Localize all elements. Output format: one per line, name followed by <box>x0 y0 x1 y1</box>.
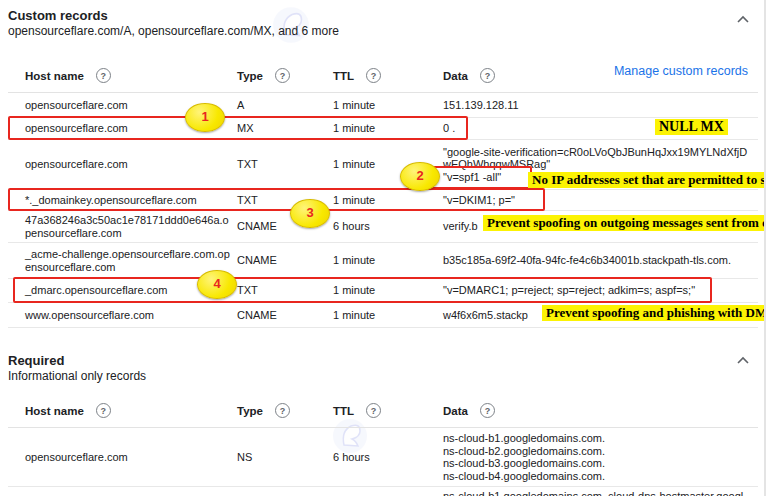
cell-ttl: 6 hours <box>333 217 443 236</box>
custom-records-header: Custom records opensourceflare.com/A, op… <box>0 0 764 39</box>
help-icon[interactable]: ? <box>96 68 111 83</box>
section-subtitle: opensourceflare.com/A, opensourceflare.c… <box>8 24 756 39</box>
column-header: Type? <box>237 403 333 418</box>
help-icon[interactable]: ? <box>480 68 495 83</box>
help-icon[interactable]: ? <box>366 403 381 418</box>
cell-type: CNAME <box>237 306 333 325</box>
data-value: "google-site-verification=cR0oLVoQbJBunH… <box>443 146 752 171</box>
cell-data: b35c185a-69f2-40fa-94fc-fe4c6b34001b.sta… <box>443 251 758 270</box>
column-header-label: TTL <box>333 70 354 82</box>
column-header: Data? <box>443 403 758 418</box>
cell-type: TXT <box>237 281 333 300</box>
table-row: opensourceflare.comA1 minute151.139.128.… <box>8 93 758 118</box>
cell-ttl: 1 minute <box>333 306 443 325</box>
cell-data: ns-cloud-b1.googledomains.com.ns-cloud-b… <box>443 429 758 485</box>
dns-records-page: Custom records opensourceflare.com/A, op… <box>0 0 766 496</box>
table-row: *._domainkey.opensourceflare.comTXT1 min… <box>8 190 758 211</box>
data-value: "v=DKIM1; p=" <box>443 194 752 207</box>
help-icon[interactable]: ? <box>96 403 111 418</box>
table-row: www.opensourceflare.comCNAME1 minutew4f6… <box>8 303 758 328</box>
annotation-callout-number: 4 <box>197 270 237 299</box>
help-icon[interactable]: ? <box>480 403 495 418</box>
column-header: TTL? <box>333 68 443 83</box>
cell-host-name: 47a368246a3c50ac1e78171ddd0e646a.opensou… <box>8 211 237 242</box>
annotation-callout-number: 2 <box>400 162 440 191</box>
table-header-row: Host name?Type?TTL?Data? <box>8 396 758 428</box>
cell-type: CNAME <box>237 251 333 270</box>
data-value: ns-cloud-b1.googledomains.com. <box>443 432 752 445</box>
table-row: opensourceflare.comTXT1 minute"google-si… <box>8 140 758 190</box>
data-value: b35c185a-69f2-40fa-94fc-fe4c6b34001b.sta… <box>443 254 752 267</box>
table-row: opensourceflare.comMX1 minute0 .1NULL MX <box>8 118 758 140</box>
cell-type: NS <box>237 448 333 467</box>
cell-ttl: 1 minute <box>333 281 443 300</box>
cell-type: TXT <box>237 155 333 174</box>
cell-host-name: opensourceflare.com <box>8 155 237 174</box>
cell-type: A <box>237 96 333 115</box>
column-header-label: Host name <box>25 70 84 82</box>
section-title: Required <box>8 353 756 369</box>
cell-data: "v=DKIM1; p=" <box>443 191 758 210</box>
cell-host-name: www.opensourceflare.com <box>8 306 237 325</box>
manage-custom-records-link[interactable]: Manage custom records <box>614 64 748 78</box>
column-header-label: Data <box>443 70 468 82</box>
data-value: ns-cloud-b1.googledomains.com. cloud-dns… <box>443 490 752 496</box>
cell-ttl: 6 hours <box>333 448 443 467</box>
data-value: 151.139.128.11 <box>443 99 752 112</box>
table-row: _dmarc.opensourceflare.comTXT1 minute"v=… <box>8 279 758 303</box>
cell-data: 151.139.128.11 <box>443 96 758 115</box>
data-value: ns-cloud-b4.googledomains.com. <box>443 470 752 483</box>
chevron-up-icon[interactable] <box>734 351 752 370</box>
column-header: TTL? <box>333 403 443 418</box>
data-value: ns-cloud-b3.googledomains.com. <box>443 457 752 470</box>
annotation-callout-number: 3 <box>290 199 330 228</box>
column-header-label: Type <box>237 405 263 417</box>
cell-ttl: 1 minute <box>333 251 443 270</box>
cell-type: MX <box>237 119 333 138</box>
help-icon[interactable]: ? <box>275 403 290 418</box>
column-header-label: Data <box>443 405 468 417</box>
annotation-callout-number: 1 <box>185 103 225 132</box>
table-row: _acme-challenge.opensourceflare.com.open… <box>8 243 758 279</box>
column-header-label: TTL <box>333 405 354 417</box>
help-icon[interactable]: ? <box>366 68 381 83</box>
section-subtitle: Informational only records <box>8 369 756 384</box>
column-header: Host name? <box>8 68 237 83</box>
column-header-label: Host name <box>25 405 84 417</box>
cell-ttl: 1 minute <box>333 191 443 210</box>
cell-host-name: opensourceflare.com <box>8 448 237 467</box>
annotation-highlight-label: NULL MX <box>655 119 728 135</box>
custom-records-table: Host name?Type?TTL?Data?opensourceflare.… <box>8 61 758 328</box>
table-row: opensourceflare.comSOA6 hoursns-cloud-b1… <box>8 487 758 496</box>
annotation-highlight-label: Prevent spoofing and phishing with DMARC <box>542 305 766 321</box>
section-title: Custom records <box>8 8 756 24</box>
table-row: 47a368246a3c50ac1e78171ddd0e646a.opensou… <box>8 211 758 243</box>
required-records-header: Required Informational only records <box>0 345 764 384</box>
column-header-label: Type <box>237 70 263 82</box>
cell-host-name: _acme-challenge.opensourceflare.com.open… <box>8 245 237 276</box>
table-row: opensourceflare.comNS6 hoursns-cloud-b1.… <box>8 428 758 487</box>
data-value: ns-cloud-b2.googledomains.com. <box>443 445 752 458</box>
cell-data: "v=DMARC1; p=reject; sp=reject; adkim=s;… <box>443 281 758 300</box>
chevron-up-icon[interactable] <box>734 10 752 29</box>
data-value: "v=DMARC1; p=reject; sp=reject; adkim=s;… <box>443 284 752 297</box>
help-icon[interactable]: ? <box>275 68 290 83</box>
column-header: Host name? <box>8 403 237 418</box>
cell-ttl: 1 minute <box>333 96 443 115</box>
annotation-highlight-label: Prevent spoofing on outgoing messages se… <box>483 215 766 231</box>
cell-host-name: *._domainkey.opensourceflare.com <box>8 191 237 210</box>
cell-data: ns-cloud-b1.googledomains.com. cloud-dns… <box>443 487 758 496</box>
column-header: Type? <box>237 68 333 83</box>
annotation-highlight-label: No IP addresses set that are permitted t… <box>528 172 766 188</box>
cell-ttl: 1 minute <box>333 119 443 138</box>
required-records-table: Host name?Type?TTL?Data?opensourceflare.… <box>8 396 758 496</box>
